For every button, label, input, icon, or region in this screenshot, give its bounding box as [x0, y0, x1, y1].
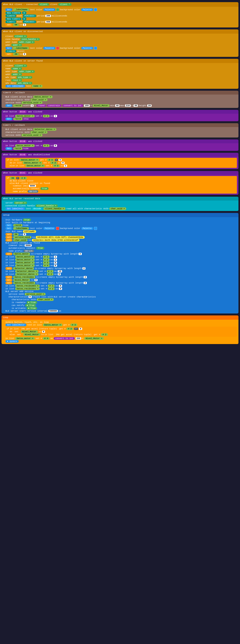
- timer0-callback-header: timer0 ✓ callback: [2, 91, 238, 94]
- event-ble-server-received: When BLE server received data server ser…: [2, 197, 238, 211]
- event-label: When BLE client - connected: [3, 3, 38, 6]
- event-btnB-clicked: When button BtnB was clicked in list Dat…: [2, 140, 238, 151]
- event-btnC-clicked-header: When button BtnC was clicked: [2, 171, 238, 175]
- event-ble-disconnected-body: client client × conn handle conn_handle …: [2, 34, 238, 57]
- event-btnA-clicked-body: in list Datos_motor × set # # 1 as 1 Set…: [2, 114, 238, 121]
- event-btnB-double-body: if in list Datos_motor × get # # 3 > 0 d…: [2, 157, 238, 169]
- timer1-mode-row: timer1 mode PERIODIC period 550 millisec…: [6, 20, 237, 23]
- new-timer0-row: New timer0 ⊕: [6, 12, 237, 14]
- event-btnB-double-header: When button BtnB was doubleClicked: [2, 153, 238, 157]
- event-ble-server-found-header: When BLE client on server found: [2, 59, 238, 63]
- color-swatch-blue2: [94, 46, 97, 50]
- loop-body: Update button, touch, etc. in loop Set l…: [2, 320, 238, 344]
- blocks-container: When BLE client - connected client clien…: [0, 0, 240, 346]
- param-client2: client *: [58, 3, 72, 6]
- event-btnB-clicked-body: in list Datos_motor × set # # 1 as 0 Set…: [2, 143, 238, 151]
- timer0-callback-body: BLE client write data Datos_motor × char…: [2, 94, 238, 108]
- event-ble-connected-header: When BLE client - connected client clien…: [2, 2, 238, 7]
- setup-body: Init hardware True Init built-in hardwar…: [2, 217, 238, 314]
- event-btnC-clicked: When button BtnC was clicked if ON = # 0…: [2, 171, 238, 195]
- event-ble-connected-body: Set _labelName text color Palette backgr…: [2, 7, 238, 28]
- loop-header: Loop: [2, 316, 238, 320]
- color-swatch-red: [56, 46, 59, 50]
- setup-block: setup Init hardware True Init built-in h…: [2, 213, 238, 314]
- event-ble-server-found: When BLE client on server found client c…: [2, 59, 238, 89]
- event-ble-disconnected-header: When BLE client on disconnected: [2, 30, 238, 34]
- event-ble-connected: When BLE client - connected client clien…: [2, 2, 238, 28]
- timer1-callback-header: timer1 ✓ callback: [2, 123, 238, 127]
- event-btnC-clicked-body: if ON = # 0 do BLE client close else BLE…: [2, 175, 238, 195]
- set-on-row: set ON to 1: [6, 24, 237, 26]
- color-swatch-green: [56, 8, 59, 11]
- event-ble-server-received-body: server server × connected client handle …: [2, 200, 238, 211]
- setup-header: setup: [2, 213, 238, 217]
- event-ble-server-found-body: client client × name name × addr type ad…: [2, 63, 238, 89]
- set-labelname-row: Set _labelName text color Palette backgr…: [6, 8, 237, 11]
- timer1-callback: timer1 ✓ callback BLE client write data …: [2, 123, 238, 138]
- event-ble-disconnected: When BLE client on disconnected client c…: [2, 30, 238, 57]
- event-btnB-double: When button BtnB was doubleClicked if in…: [2, 153, 238, 169]
- event-ble-server-received-header: When BLE server received data: [2, 197, 238, 200]
- color-swatch-blue: [94, 8, 97, 11]
- event-btnA-clicked: When button BtnA was clicked in list Dat…: [2, 110, 238, 121]
- param-client: client: [38, 3, 49, 6]
- loop-block: Loop Update button, touch, etc. in loop …: [2, 316, 238, 344]
- event-btnA-clicked-header: When button BtnA was clicked: [2, 110, 238, 114]
- event-btnB-clicked-header: When button BtnB was clicked: [2, 140, 238, 143]
- timer1-callback-body: BLE client write data Selector_datos × c…: [2, 127, 238, 138]
- new-timer1-row: New timer1 ⊕: [6, 18, 237, 20]
- timer0-mode-row: timer0 mode PERIODIC period 200 millisec…: [6, 14, 237, 17]
- timer0-callback: timer0 ✓ callback BLE client write data …: [2, 91, 238, 108]
